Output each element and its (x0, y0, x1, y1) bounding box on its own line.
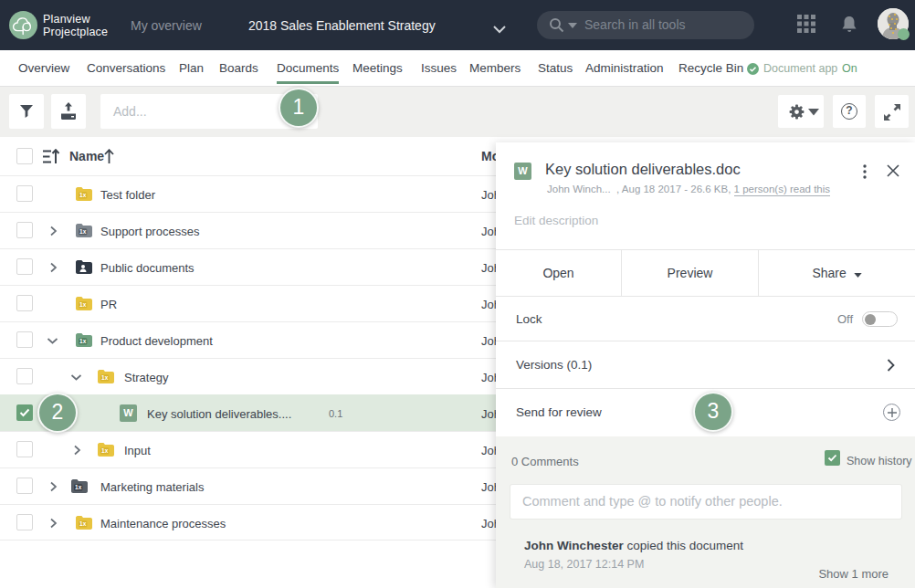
svg-text:1x: 1x (79, 228, 87, 235)
svg-text:1x: 1x (79, 338, 87, 344)
svg-text:1x: 1x (79, 520, 87, 527)
svg-text:1x: 1x (79, 301, 87, 308)
svg-text:1x: 1x (101, 374, 109, 381)
svg-text:1x: 1x (79, 192, 87, 198)
svg-text:1x: 1x (75, 484, 82, 490)
svg-text:1x: 1x (101, 447, 109, 454)
